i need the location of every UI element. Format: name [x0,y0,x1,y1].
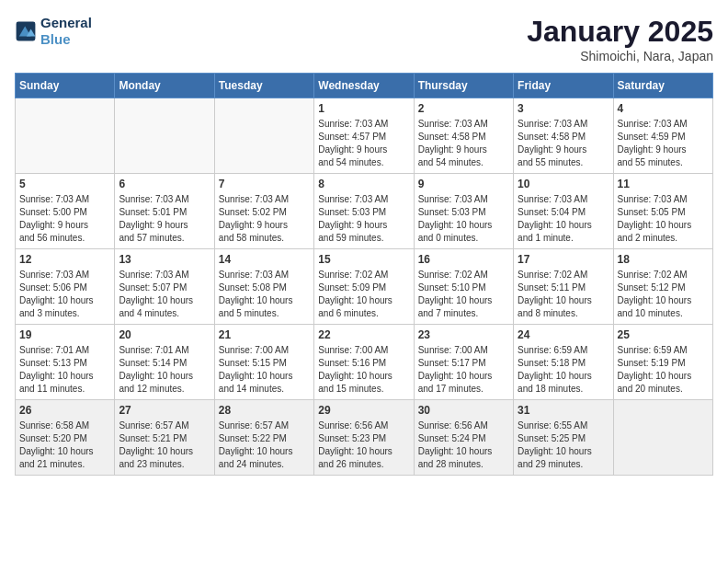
calendar-cell: 10Sunrise: 7:03 AM Sunset: 5:04 PM Dayli… [514,174,613,249]
day-info: Sunrise: 7:03 AM Sunset: 5:05 PM Dayligh… [618,193,709,245]
day-number: 14 [219,253,310,266]
day-number: 21 [219,328,310,341]
day-number: 17 [518,253,609,266]
calendar-cell: 31Sunrise: 6:55 AM Sunset: 5:25 PM Dayli… [514,400,613,476]
calendar-cell: 8Sunrise: 7:03 AM Sunset: 5:03 PM Daylig… [314,174,414,249]
day-info: Sunrise: 7:00 AM Sunset: 5:17 PM Dayligh… [418,344,509,396]
calendar-cell: 21Sunrise: 7:00 AM Sunset: 5:15 PM Dayli… [214,325,313,400]
calendar-cell [214,98,313,174]
calendar-week-row: 1Sunrise: 7:03 AM Sunset: 4:57 PM Daylig… [16,98,713,174]
calendar-cell: 15Sunrise: 7:02 AM Sunset: 5:09 PM Dayli… [314,249,414,325]
day-info: Sunrise: 7:03 AM Sunset: 5:07 PM Dayligh… [119,269,210,320]
calendar-cell: 2Sunrise: 7:03 AM Sunset: 4:58 PM Daylig… [414,98,513,174]
day-info: Sunrise: 6:59 AM Sunset: 5:18 PM Dayligh… [518,344,609,396]
day-info: Sunrise: 6:58 AM Sunset: 5:20 PM Dayligh… [19,419,110,471]
day-info: Sunrise: 6:55 AM Sunset: 5:25 PM Dayligh… [518,419,609,471]
day-info: Sunrise: 7:02 AM Sunset: 5:12 PM Dayligh… [618,269,709,320]
calendar-cell: 29Sunrise: 6:56 AM Sunset: 5:23 PM Dayli… [314,400,414,476]
day-number: 11 [618,178,709,190]
day-number: 8 [318,178,409,190]
calendar-cell: 23Sunrise: 7:00 AM Sunset: 5:17 PM Dayli… [414,325,513,400]
day-info: Sunrise: 7:02 AM Sunset: 5:11 PM Dayligh… [518,269,609,320]
calendar-cell: 9Sunrise: 7:03 AM Sunset: 5:03 PM Daylig… [414,174,513,249]
calendar-cell: 7Sunrise: 7:03 AM Sunset: 5:02 PM Daylig… [214,174,313,249]
calendar-cell: 28Sunrise: 6:57 AM Sunset: 5:22 PM Dayli… [214,400,313,476]
weekday-header-monday: Monday [115,74,214,98]
calendar-cell [16,98,115,174]
day-number: 1 [318,102,409,115]
logo-icon [15,20,37,42]
day-number: 19 [19,328,110,341]
day-info: Sunrise: 7:03 AM Sunset: 5:04 PM Dayligh… [518,193,609,245]
day-number: 13 [119,253,210,266]
weekday-header-saturday: Saturday [613,74,712,98]
day-number: 18 [618,253,709,266]
day-number: 28 [219,404,310,417]
day-number: 16 [418,253,509,266]
day-info: Sunrise: 6:57 AM Sunset: 5:21 PM Dayligh… [119,419,210,471]
day-number: 30 [418,404,509,417]
calendar-title: January 2025 [527,15,713,49]
calendar-cell: 14Sunrise: 7:03 AM Sunset: 5:08 PM Dayli… [214,249,313,325]
day-number: 9 [418,178,509,190]
day-info: Sunrise: 7:03 AM Sunset: 5:03 PM Dayligh… [318,193,409,245]
weekday-header-tuesday: Tuesday [214,74,313,98]
day-info: Sunrise: 7:01 AM Sunset: 5:14 PM Dayligh… [119,344,210,396]
day-number: 4 [618,102,709,115]
calendar-cell: 26Sunrise: 6:58 AM Sunset: 5:20 PM Dayli… [16,400,115,476]
day-info: Sunrise: 7:03 AM Sunset: 5:02 PM Dayligh… [219,193,310,245]
calendar-cell: 30Sunrise: 6:56 AM Sunset: 5:24 PM Dayli… [414,400,513,476]
calendar-cell: 16Sunrise: 7:02 AM Sunset: 5:10 PM Dayli… [414,249,513,325]
day-info: Sunrise: 7:00 AM Sunset: 5:15 PM Dayligh… [219,344,310,396]
day-info: Sunrise: 7:01 AM Sunset: 5:13 PM Dayligh… [19,344,110,396]
calendar-cell: 6Sunrise: 7:03 AM Sunset: 5:01 PM Daylig… [115,174,214,249]
day-number: 5 [19,178,110,190]
day-number: 6 [119,178,210,190]
day-info: Sunrise: 7:03 AM Sunset: 5:00 PM Dayligh… [19,193,110,245]
calendar-cell: 11Sunrise: 7:03 AM Sunset: 5:05 PM Dayli… [613,174,712,249]
calendar-cell: 18Sunrise: 7:02 AM Sunset: 5:12 PM Dayli… [613,249,712,325]
calendar-cell: 12Sunrise: 7:03 AM Sunset: 5:06 PM Dayli… [16,249,115,325]
day-number: 25 [618,328,709,341]
day-info: Sunrise: 7:03 AM Sunset: 5:08 PM Dayligh… [219,269,310,320]
calendar-cell: 27Sunrise: 6:57 AM Sunset: 5:21 PM Dayli… [115,400,214,476]
calendar-cell: 24Sunrise: 6:59 AM Sunset: 5:18 PM Dayli… [514,325,613,400]
calendar-cell: 20Sunrise: 7:01 AM Sunset: 5:14 PM Dayli… [115,325,214,400]
weekday-header-friday: Friday [514,74,613,98]
weekday-header-sunday: Sunday [16,74,115,98]
calendar-cell: 13Sunrise: 7:03 AM Sunset: 5:07 PM Dayli… [115,249,214,325]
calendar-cell: 1Sunrise: 7:03 AM Sunset: 4:57 PM Daylig… [314,98,414,174]
day-info: Sunrise: 7:03 AM Sunset: 5:06 PM Dayligh… [19,269,110,320]
day-number: 20 [119,328,210,341]
day-number: 27 [119,404,210,417]
calendar-cell: 5Sunrise: 7:03 AM Sunset: 5:00 PM Daylig… [16,174,115,249]
day-number: 26 [19,404,110,417]
day-number: 10 [518,178,609,190]
calendar-cell: 17Sunrise: 7:02 AM Sunset: 5:11 PM Dayli… [514,249,613,325]
logo: General Blue [15,15,92,48]
day-info: Sunrise: 7:03 AM Sunset: 4:57 PM Dayligh… [318,118,409,169]
day-info: Sunrise: 6:56 AM Sunset: 5:23 PM Dayligh… [318,419,409,471]
calendar-week-row: 26Sunrise: 6:58 AM Sunset: 5:20 PM Dayli… [16,400,713,476]
day-info: Sunrise: 6:56 AM Sunset: 5:24 PM Dayligh… [418,419,509,471]
day-number: 22 [318,328,409,341]
calendar-header: January 2025 Shimoichi, Nara, Japan [527,15,713,63]
calendar-cell: 19Sunrise: 7:01 AM Sunset: 5:13 PM Dayli… [16,325,115,400]
day-info: Sunrise: 7:00 AM Sunset: 5:16 PM Dayligh… [318,344,409,396]
calendar-cell: 22Sunrise: 7:00 AM Sunset: 5:16 PM Dayli… [314,325,414,400]
weekday-header-thursday: Thursday [414,74,513,98]
calendar-cell: 25Sunrise: 6:59 AM Sunset: 5:19 PM Dayli… [613,325,712,400]
day-number: 31 [518,404,609,417]
day-info: Sunrise: 6:59 AM Sunset: 5:19 PM Dayligh… [618,344,709,396]
day-info: Sunrise: 6:57 AM Sunset: 5:22 PM Dayligh… [219,419,310,471]
day-number: 29 [318,404,409,417]
day-info: Sunrise: 7:03 AM Sunset: 4:59 PM Dayligh… [618,118,709,169]
day-number: 24 [518,328,609,341]
calendar-table: SundayMondayTuesdayWednesdayThursdayFrid… [15,73,713,476]
day-info: Sunrise: 7:02 AM Sunset: 5:10 PM Dayligh… [418,269,509,320]
page-header: General Blue January 2025 Shimoichi, Nar… [15,15,713,63]
calendar-cell [115,98,214,174]
weekday-header-row: SundayMondayTuesdayWednesdayThursdayFrid… [16,74,713,98]
day-number: 15 [318,253,409,266]
logo-text: General Blue [40,15,92,48]
